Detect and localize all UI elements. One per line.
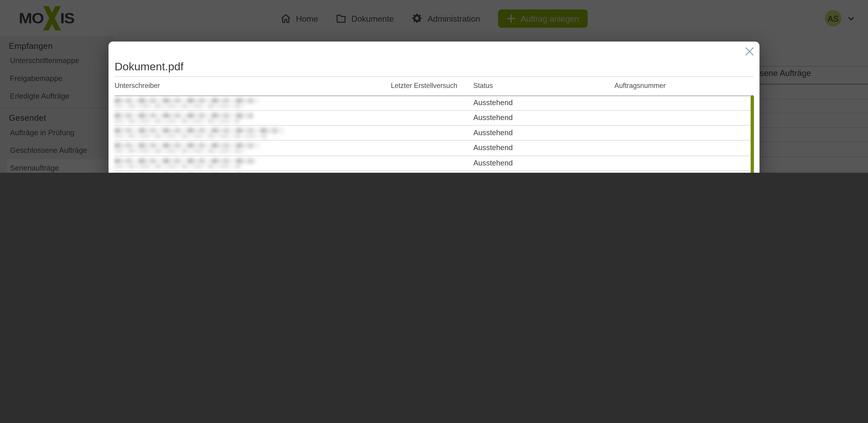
close-icon (745, 47, 754, 57)
signer-name-redacted (115, 113, 254, 123)
table-header: Unterschreiber Letzter Erstellversuch St… (115, 77, 753, 96)
status-cell: Ausstehend (473, 141, 513, 155)
signer-name-redacted (115, 143, 260, 153)
signer-name-redacted (115, 98, 258, 108)
table-row: Ausstehend (115, 171, 753, 173)
modal-title: Dokument.pdf (115, 61, 184, 73)
status-cell: Ausstehend (473, 156, 513, 171)
table-body: AusstehendAusstehendAusstehendAusstehend… (115, 96, 753, 173)
table-row: Ausstehend (115, 111, 753, 126)
status-cell: Ausstehend (473, 126, 513, 141)
signer-name-redacted (115, 128, 284, 138)
document-modal: Dokument.pdf Unterschreiber Letzter Erst… (108, 41, 760, 173)
column-header-unterschreiber: Unterschreiber (115, 82, 160, 90)
status-cell: Ausstehend (473, 111, 513, 125)
column-header-status: Status (473, 82, 493, 90)
close-button[interactable] (743, 46, 756, 58)
scrollbar-thumb[interactable] (751, 95, 754, 173)
status-cell: Ausstehend (473, 171, 513, 173)
column-header-auftragsnummer: Auftragsnummer (614, 82, 665, 90)
table-row: Ausstehend (115, 141, 753, 156)
table-row: Ausstehend (115, 96, 753, 111)
signer-name-redacted (115, 158, 256, 168)
column-header-letzter-erstellversuch: Letzter Erstellversuch (391, 82, 457, 90)
table-row: Ausstehend (115, 126, 753, 141)
table-row: Ausstehend (115, 156, 753, 171)
status-cell: Ausstehend (473, 96, 513, 110)
app-root: MO IS Home Dokumente (0, 0, 868, 173)
